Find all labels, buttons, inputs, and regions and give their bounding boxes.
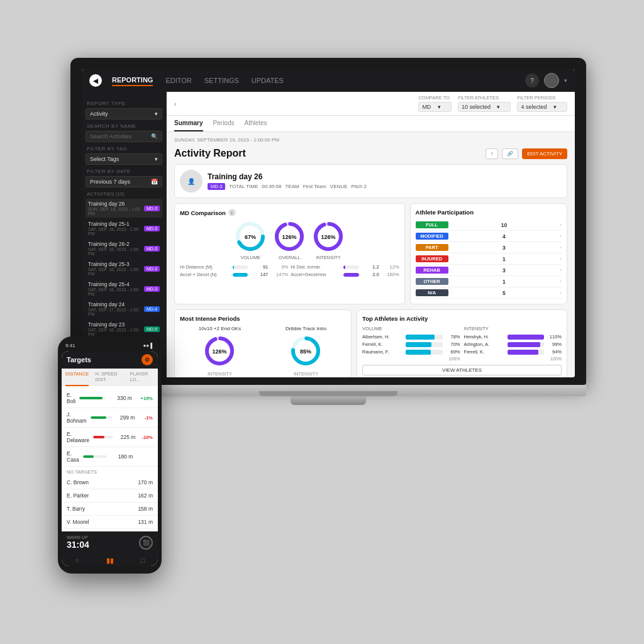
- chevron-icon: ›: [560, 222, 562, 228]
- accel-bar: [233, 273, 248, 277]
- phone-no-targets-label: NO TARGETS: [62, 467, 158, 476]
- list-item[interactable]: Training day 24 SAT, SEP. 17, 2023 - 1:0…: [86, 299, 162, 318]
- scene: ◀ REPORTING EDITOR SETTINGS UPDATES ? ▾: [39, 39, 605, 605]
- compare-to-filter: COMPARE TO MD ▾: [418, 95, 452, 112]
- filter-tag-dropdown[interactable]: Select Tags ▾: [86, 153, 162, 165]
- edit-activity-btn[interactable]: EDIT ACTIVITY: [522, 148, 567, 159]
- nav-settings[interactable]: SETTINGS: [204, 75, 239, 86]
- search-icon: 🔍: [151, 133, 158, 140]
- view-athletes-btn[interactable]: VIEW ATHLETES: [362, 365, 562, 375]
- info-icon[interactable]: i: [228, 209, 236, 216]
- filter-athletes-filter: FILTER ATHLETES 10 selected ▾: [458, 95, 511, 112]
- athlete-row: Arlington, A. 99%: [464, 341, 562, 347]
- intensity-label: INTENSITY: [316, 255, 341, 260]
- team-val: First Team: [303, 184, 326, 189]
- participation-part[interactable]: PART 3 ›: [416, 242, 562, 253]
- period-items: 10v10 +2 End GKs 126% INTENSITY: [180, 326, 346, 377]
- period-item-1: 10v10 +2 End GKs 126% INTENSITY: [180, 326, 260, 377]
- nav-reporting[interactable]: REPORTING: [112, 75, 153, 86]
- participation-full[interactable]: FULL 10 ›: [416, 219, 562, 231]
- stop-btn[interactable]: ⬛: [139, 536, 153, 550]
- volume-col-title: VOLUME: [362, 326, 460, 331]
- chevron-icon: ›: [560, 290, 562, 296]
- intensity-col-title: INTENSITY: [464, 326, 562, 331]
- svg-text:85%: 85%: [300, 348, 311, 355]
- participation-other[interactable]: OTHER 1 ›: [416, 276, 562, 287]
- participation-modified[interactable]: MODIFIED 4 ›: [416, 231, 562, 242]
- select-chevron: ▾: [438, 104, 441, 110]
- list-item[interactable]: Training day 25-1 SAT, SEP. 18, 2023 - 1…: [86, 219, 162, 238]
- phone-list-item: E. Boli 330 m +10%: [62, 389, 158, 408]
- list-item[interactable]: Training day 23 SAT, SEP. 16, 2023 - 1:0…: [86, 319, 162, 338]
- phone-tab-player[interactable]: PLAYER LO...: [130, 369, 154, 386]
- stat-row: Hi Distance (M) 91 9% Hi Dist. m/min: [180, 264, 399, 270]
- athletes-card: Top Athletes in Activity VOLUME Albertse…: [357, 309, 567, 377]
- phone-screen: Targets ⚙ DISTANCE H. SPEED DIST. PLAYER…: [62, 351, 158, 566]
- filter-date-dropdown[interactable]: Previous 7 days 📅: [86, 176, 162, 187]
- overall-donut: 126% OVERALL: [273, 220, 306, 260]
- two-col-top: MD Comparison i: [174, 203, 567, 304]
- chevron-icon: ›: [560, 279, 562, 284]
- report-type-dropdown[interactable]: Activity ▾: [86, 108, 162, 119]
- list-item[interactable]: Training day 25-4 SAT, SEP. 18, 2023 - 1…: [86, 279, 162, 298]
- athletes-chevron: ▾: [497, 104, 500, 110]
- warmup-time: 31:04: [67, 540, 89, 550]
- participation-rehab[interactable]: REHAB 3 ›: [416, 265, 562, 276]
- list-item[interactable]: Training day 26 SUN, SEP. 19, 2023 - 1:0…: [86, 199, 162, 218]
- phone-tab-distance[interactable]: DISTANCE: [65, 369, 89, 386]
- tab-summary[interactable]: Summary: [174, 116, 203, 131]
- period-label-1: INTENSITY: [208, 371, 232, 377]
- share-btn[interactable]: 🔗: [502, 148, 518, 159]
- nav-editor[interactable]: EDITOR: [165, 75, 191, 86]
- period-donut-1: 126%: [203, 334, 237, 369]
- stat-bar-row: Hi Distance (M) 91 9% Hi Dist. m/min: [180, 264, 399, 277]
- help-icon[interactable]: ?: [525, 74, 539, 87]
- chevron-icon: ›: [560, 233, 562, 239]
- tab-athletes[interactable]: Athletes: [244, 116, 267, 131]
- training-meta: MD-3 TOTAL TIME 00:45:08 TEAM First Team…: [208, 183, 562, 190]
- participation-card: Athlete Participation FULL 10 › MODIFIED…: [410, 203, 567, 304]
- phone-title: Targets: [67, 356, 91, 364]
- list-item[interactable]: Training day 26-2 SAT, SEP. 18, 2023 - 1…: [86, 239, 162, 258]
- athletes-title: Top Athletes in Activity: [362, 315, 562, 322]
- participation-injured[interactable]: INJURED 1 ›: [416, 253, 562, 265]
- phone-tabs: DISTANCE H. SPEED DIST. PLAYER LO...: [62, 369, 158, 386]
- bottom-row: Most Intense Periods 10v10 +2 End GKs 12…: [174, 309, 567, 377]
- avatar[interactable]: [544, 73, 559, 88]
- phone-nav-menu[interactable]: □: [140, 557, 145, 565]
- phone-nav-stats[interactable]: ▮▮: [106, 557, 114, 565]
- upload-btn[interactable]: ↑: [486, 148, 498, 159]
- report-title: Activity Report: [174, 148, 246, 159]
- donut-row: 67% VOLUME: [180, 220, 399, 260]
- filter-athletes-select[interactable]: 10 selected ▾: [458, 102, 511, 112]
- training-avatar: 👤: [180, 170, 203, 192]
- phone-footer: WARM UP 31:04 ⬛: [62, 531, 158, 553]
- phone-list-item: V. Moorel 131 m: [62, 516, 158, 529]
- phone-settings-icon[interactable]: ⚙: [142, 354, 153, 365]
- periods-chevron: ▾: [553, 104, 557, 110]
- tag-chevron: ▾: [155, 156, 158, 162]
- search-box[interactable]: Search Activities 🔍: [86, 131, 162, 142]
- stat-row-2: Accel + Decel (N) 147 147% Accel+Decel/m…: [180, 272, 399, 277]
- training-details: Training day 26 MD-3 TOTAL TIME 00:45:08…: [208, 172, 562, 190]
- filter-bar: ‹ COMPARE TO MD ▾ FILTER ATHLETES: [167, 92, 575, 116]
- phone-list-item: C. Brown 170 m: [62, 476, 158, 489]
- training-info-row: 👤 Training day 26 MD-3 TOTAL TIME 00:45:…: [174, 164, 567, 198]
- period-item-2: Dribble Track Intro 85% INTENSITY: [266, 326, 346, 377]
- period-label-2: INTENSITY: [294, 371, 318, 377]
- phone-nav-home[interactable]: ○: [75, 557, 79, 565]
- athlete-cols: VOLUME Albertsen, H. 78%: [362, 326, 562, 361]
- back-arrow[interactable]: ‹: [174, 100, 177, 108]
- phone-tab-hspeed[interactable]: H. SPEED DIST.: [95, 369, 123, 386]
- phone-body: E. Boli 330 m +10% J. Bohnam 299 m -1%: [62, 386, 158, 531]
- athlete-row: Hendryk, H. 110%: [464, 334, 562, 340]
- filter-periods-select[interactable]: 4 selected ▾: [517, 102, 567, 112]
- phone-signal: ●● ▌: [143, 343, 154, 348]
- list-item[interactable]: Training day 25-3 SAT, SEP. 18, 2023 - 1…: [86, 259, 162, 278]
- compare-to-select[interactable]: MD ▾: [418, 102, 452, 112]
- nav-updates[interactable]: UPDATES: [252, 75, 284, 86]
- app-logo: ◀: [89, 74, 102, 87]
- tab-periods[interactable]: Periods: [213, 116, 235, 131]
- participation-na[interactable]: N/A 5 ›: [416, 287, 562, 299]
- report-date: SUNDAY, SEPTEMBER 19, 2023 - 1:00:00 PM: [174, 137, 567, 143]
